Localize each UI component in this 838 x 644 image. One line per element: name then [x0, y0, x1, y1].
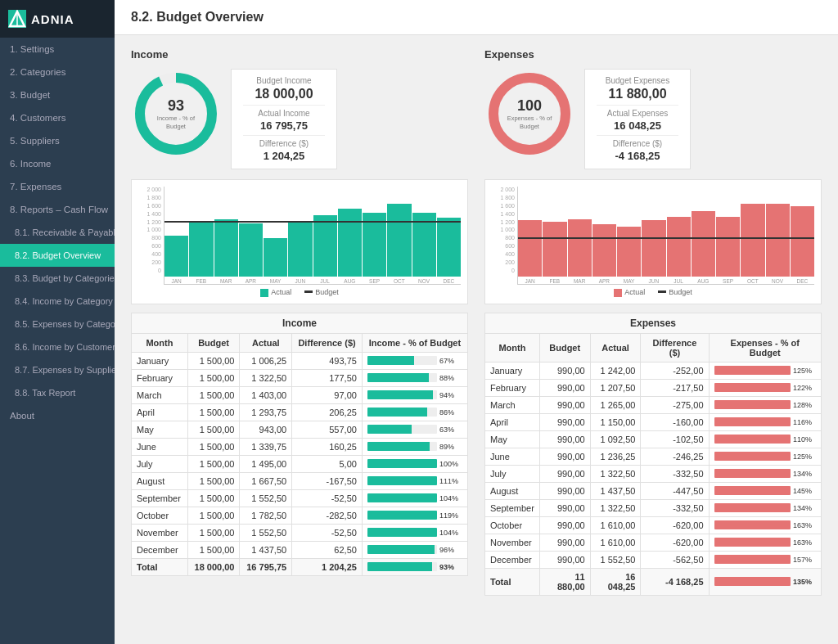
- actual-cell: 1 610,00: [590, 534, 641, 551]
- pct-cell: 145%: [709, 482, 822, 499]
- budget-cell: 990,00: [539, 413, 590, 430]
- logo-icon: [8, 10, 26, 28]
- sidebar: ADNIA 1. Settings2. Categories3. Budget4…: [0, 0, 115, 644]
- budget-cell: 1 500,00: [187, 524, 240, 541]
- actual-cell: 1 322,50: [590, 499, 641, 516]
- actual-cell: 1 552,50: [240, 524, 292, 541]
- month-cell: January: [485, 362, 540, 379]
- pct-cell: 86%: [362, 403, 467, 421]
- sidebar-item-r81[interactable]: 8.1. Receivable & Payable: [0, 221, 115, 244]
- table-row: July990,001 322,50-332,50134%: [485, 465, 822, 482]
- page-title: 8.2. Budget Overview: [131, 10, 264, 24]
- pct-cell: 96%: [362, 541, 467, 558]
- diff-cell: 5,00: [292, 455, 363, 472]
- actual-cell: 1 006,25: [240, 352, 292, 369]
- sidebar-item-about[interactable]: About: [0, 404, 115, 427]
- table-row: July1 500,001 495,005,00100%: [132, 455, 468, 472]
- pct-cell: 110%: [709, 430, 822, 448]
- diff-cell: 62,50: [292, 541, 363, 558]
- total-row: Total11 880,0016 048,25-4 168,25135%: [485, 568, 822, 595]
- sidebar-item-suppliers[interactable]: 5. Suppliers: [0, 129, 115, 152]
- actual-cell: 1 552,50: [240, 489, 292, 507]
- diff-cell: -52,50: [292, 489, 363, 507]
- total-label: Total: [132, 558, 188, 575]
- table-row: June1 500,001 339,75160,2589%: [132, 438, 468, 455]
- pct-cell: 89%: [362, 438, 467, 455]
- month-cell: August: [485, 482, 540, 499]
- income-table: IncomeMonthBudgetActualDifference ($)Inc…: [131, 313, 468, 576]
- total-label: Total: [485, 568, 540, 595]
- sidebar-item-r86[interactable]: 8.6. Income by Customer: [0, 336, 115, 358]
- budget-cell: 1 500,00: [187, 489, 240, 507]
- diff-cell: 206,25: [292, 403, 363, 421]
- month-cell: September: [132, 489, 188, 507]
- budget-cell: 990,00: [539, 516, 590, 534]
- expenses-actual-value: 16 048,25: [597, 119, 678, 132]
- pct-cell: 104%: [362, 524, 467, 541]
- sidebar-item-r88[interactable]: 8.8. Tax Report: [0, 381, 115, 404]
- table-row: May1 500,00943,00557,0063%: [132, 421, 468, 438]
- diff-cell: -217,50: [641, 379, 709, 396]
- table-row: November990,001 610,00-620,00163%: [485, 534, 822, 551]
- table-row: February990,001 207,50-217,50122%: [485, 379, 822, 396]
- actual-cell: 1 207,50: [590, 379, 641, 396]
- month-cell: June: [132, 438, 188, 455]
- budget-cell: 990,00: [539, 430, 590, 448]
- month-cell: November: [485, 534, 540, 551]
- actual-cell: 1 242,00: [590, 362, 641, 379]
- diff-cell: -102,50: [641, 430, 709, 448]
- actual-cell: 1 236,25: [590, 448, 641, 465]
- sidebar-item-r82[interactable]: 8.2. Budget Overview: [0, 244, 115, 267]
- sidebar-item-customers[interactable]: 4. Customers: [0, 106, 115, 129]
- sidebar-item-reports[interactable]: 8. Reports – Cash Flow: [0, 198, 115, 221]
- pct-cell: 128%: [709, 396, 822, 413]
- pct-cell: 163%: [709, 516, 822, 534]
- actual-cell: 1 610,00: [590, 516, 641, 534]
- table-row: February1 500,001 322,50177,5088%: [132, 369, 468, 386]
- sidebar-item-categories[interactable]: 2. Categories: [0, 61, 115, 83]
- table-row: May990,001 092,50-102,50110%: [485, 430, 822, 448]
- budget-cell: 990,00: [539, 482, 590, 499]
- month-cell: July: [485, 465, 540, 482]
- budget-cell: 1 500,00: [187, 507, 240, 524]
- expenses-budget-label: Budget Expenses: [597, 76, 678, 85]
- income-kpi-stats: Budget Income 18 000,00 Actual Income 16…: [231, 69, 337, 169]
- diff-cell: -246,25: [641, 448, 709, 465]
- table-row: October1 500,001 782,50-282,50119%: [132, 507, 468, 524]
- income-diff-value: 1 204,25: [243, 150, 325, 162]
- pct-cell: 116%: [709, 413, 822, 430]
- budget-cell: 1 500,00: [187, 403, 240, 421]
- sidebar-item-r83[interactable]: 8.3. Budget by Categories: [0, 267, 115, 290]
- actual-cell: 1 552,50: [590, 551, 641, 568]
- content-area: Income 93Income - % of Budget Budget Inc…: [115, 35, 838, 609]
- table-row: March990,001 265,00-275,00128%: [485, 396, 822, 413]
- diff-cell: -620,00: [641, 534, 709, 551]
- pct-cell: 100%: [362, 455, 467, 472]
- diff-cell: -332,50: [641, 465, 709, 482]
- actual-cell: 1 437,50: [590, 482, 641, 499]
- table-row: August1 500,001 667,50-167,50111%: [132, 472, 468, 489]
- sidebar-item-r87[interactable]: 8.7. Expenses by Supplier: [0, 358, 115, 381]
- pct-cell: 67%: [362, 352, 467, 369]
- diff-cell: 493,75: [292, 352, 363, 369]
- sidebar-item-r85[interactable]: 8.5. Expenses by Category: [0, 313, 115, 336]
- budget-cell: 990,00: [539, 396, 590, 413]
- diff-cell: 557,00: [292, 421, 363, 438]
- expenses-chart: 2 0001 8001 6001 4001 2001 0008006004002…: [484, 179, 822, 304]
- diff-cell: -160,00: [641, 413, 709, 430]
- expenses-kpi-row: 100Expenses - % of Budget Budget Expense…: [484, 69, 822, 169]
- month-cell: July: [132, 455, 188, 472]
- pct-cell: 104%: [362, 489, 467, 507]
- pct-cell: 134%: [709, 465, 822, 482]
- table-row: March1 500,001 403,0097,0094%: [132, 386, 468, 403]
- sidebar-item-expenses[interactable]: 7. Expenses: [0, 175, 115, 198]
- sidebar-item-income[interactable]: 6. Income: [0, 152, 115, 175]
- total-actual: 16 048,25: [590, 568, 641, 595]
- sidebar-item-settings[interactable]: 1. Settings: [0, 38, 115, 61]
- sidebar-item-r84[interactable]: 8.4. Income by Category: [0, 290, 115, 313]
- expenses-table: ExpensesMonthBudgetActualDifference ($)E…: [484, 313, 822, 596]
- income-donut: 93Income - % of Budget: [131, 69, 221, 159]
- month-cell: December: [132, 541, 188, 558]
- income-actual-label: Actual Income: [243, 109, 325, 118]
- sidebar-item-budget[interactable]: 3. Budget: [0, 83, 115, 106]
